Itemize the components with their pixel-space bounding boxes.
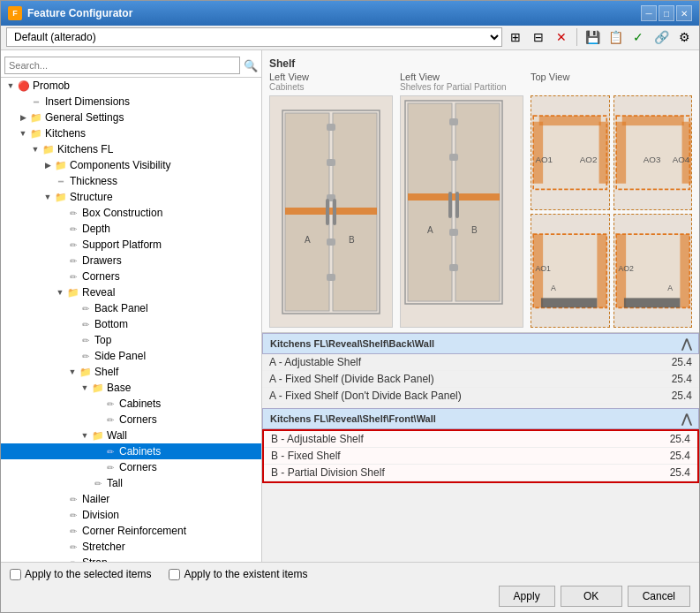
label-existent-items: Apply to the existent items [184,568,307,580]
icon-strap: ✏ [66,556,80,562]
tree-item-structure[interactable]: ▼ 📁 Structure [1,189,261,205]
check-selected-items[interactable]: Apply to the selected items [10,568,151,580]
tree-item-strap[interactable]: ✏ Strap [1,555,261,562]
svg-rect-18 [449,154,458,161]
toolbar-icon-6[interactable]: ✓ [628,27,648,47]
tree-item-back-panel[interactable]: ✏ Back Panel [1,300,261,316]
tree-item-shelf[interactable]: ▼ 📁 Shelf [1,364,261,380]
collapse-back-wall[interactable]: ⋀ [681,337,691,351]
tree-item-box-construction[interactable]: ✏ Box Construction [1,205,261,221]
expand-general[interactable]: ▶ [17,113,29,122]
label-top: Top [94,334,111,346]
icon-shelf: 📁 [79,365,93,379]
svg-rect-7 [327,238,335,246]
svg-rect-8 [327,274,335,281]
prop-label-a-adj: A - Adjustable Shelf [269,356,639,368]
section-header-front-wall[interactable]: Kitchens FL\Reveal\Shelf\Front\Wall ⋀ [262,408,699,429]
cancel-button[interactable]: Cancel [628,586,690,607]
expand-promob[interactable]: ▼ [4,81,17,90]
checkbox-existent-items[interactable] [169,569,180,580]
toolbar-icon-2[interactable]: ⊟ [529,27,548,47]
minimize-button[interactable]: ─ [641,5,657,21]
expand-structure[interactable]: ▼ [41,193,54,201]
label-back-panel: Back Panel [94,302,148,314]
checkbox-selected-items[interactable] [10,569,21,580]
tree-item-base[interactable]: ▼ 📁 Base [1,380,261,396]
tree-item-insert-dim[interactable]: ━ Insert Dimensions [1,94,261,110]
tree-item-depth[interactable]: ✏ Depth [1,221,261,237]
close-button[interactable]: ✕ [676,5,692,21]
icon-depth: ✏ [66,222,80,236]
prop-b-adj-shelf[interactable]: B - Adjustable Shelf 25.4 [264,431,697,448]
toolbar-icon-5[interactable]: 📋 [606,27,625,47]
tree-item-wall-cabinets[interactable]: ✏ Cabinets [1,443,261,459]
tree-item-stretcher[interactable]: ✏ Stretcher [1,539,261,555]
tree-item-kitchens-fl[interactable]: ▼ 📁 Kitchens FL [1,141,261,157]
toolbar-icon-3[interactable]: ✕ [552,27,571,47]
section-header-back-wall[interactable]: Kitchens FL\Reveal\Shelf\Back\Wall ⋀ [262,333,699,354]
tree-item-tall[interactable]: ✏ Tall [1,475,261,491]
collapse-front-wall[interactable]: ⋀ [681,412,691,426]
tree-item-nailer[interactable]: ✏ Nailer [1,491,261,507]
tree-item-kitchens[interactable]: ▼ 📁 Kitchens [1,125,261,141]
expand-shelf[interactable]: ▼ [66,367,79,376]
label-promob: Promob [33,79,70,92]
svg-rect-9 [326,199,329,225]
tree-item-corners[interactable]: ✏ Corners [1,269,261,284]
tree-item-wall-corners[interactable]: ✏ Corners [1,459,261,475]
icon-bottom: ✏ [79,317,93,331]
expand-kitchens-fl[interactable]: ▼ [29,145,41,154]
svg-rect-15 [455,103,500,301]
tree-item-corner-reinf[interactable]: ✏ Corner Reinforcement [1,523,261,539]
label-structure: Structure [70,191,113,203]
check-existent-items[interactable]: Apply to the existent items [169,568,307,580]
prop-a-adj-shelf[interactable]: A - Adjustable Shelf 25.4 [262,354,699,371]
svg-text:A: A [427,225,433,235]
svg-rect-3 [285,208,377,215]
icon-thickness: ━ [54,174,68,188]
left-view2-svg: A B [400,95,523,328]
prop-a-fixed-shelf-nodivide[interactable]: A - Fixed Shelf (Don't Divide Back Panel… [262,388,699,405]
tree-item-thickness[interactable]: ━ Thickness [1,173,261,189]
expand-reveal[interactable]: ▼ [54,288,66,297]
tree-item-reveal[interactable]: ▼ 📁 Reveal [1,284,261,300]
tree-item-top[interactable]: ✏ Top [1,332,261,348]
tree-item-promob[interactable]: ▼ 🔴 Promob [1,78,261,94]
section-props-back-wall: A - Adjustable Shelf 25.4 A - Fixed Shel… [262,354,699,405]
apply-button[interactable]: Apply [499,586,555,607]
svg-rect-16 [408,193,500,201]
search-icon[interactable]: 🔍 [244,59,258,72]
top-view-ao1: AO1 AO2 [531,95,610,210]
left-view-svg: A B [269,95,393,328]
toolbar-icon-7[interactable]: 🔗 [651,27,671,47]
maximize-button[interactable]: □ [659,5,674,21]
tree-item-general[interactable]: ▶ 📁 General Settings [1,110,261,125]
icon-insert-dim: ━ [29,95,43,109]
svg-rect-34 [681,122,691,184]
tree-item-support-platform[interactable]: ✏ Support Platform [1,237,261,253]
expand-kitchens[interactable]: ▼ [17,129,29,138]
prop-b-partial-shelf[interactable]: B - Partial Division Shelf 25.4 [264,465,697,481]
label-base-cabinets: Cabinets [119,397,161,410]
ok-button[interactable]: OK [561,586,622,607]
expand-wall[interactable]: ▼ [79,431,91,440]
toolbar-icon-8[interactable]: ⚙ [674,27,694,47]
prop-a-fixed-shelf-divide[interactable]: A - Fixed Shelf (Divide Back Panel) 25.4 [262,371,699,388]
tree-item-drawers[interactable]: ✏ Drawers [1,253,261,269]
tree-item-base-corners[interactable]: ✏ Corners [1,412,261,428]
right-panel: Shelf Left View Cabinets [262,50,699,562]
tree-item-side-panel[interactable]: ✏ Side Panel [1,348,261,364]
profile-select[interactable]: Default (alterado) [6,27,502,47]
prop-b-fixed-shelf[interactable]: B - Fixed Shelf 25.4 [264,448,697,465]
tree-item-division[interactable]: ✏ Division [1,507,261,523]
toolbar-icon-4[interactable]: 💾 [583,27,602,47]
tree-item-base-cabinets[interactable]: ✏ Cabinets [1,396,261,412]
tree-item-bottom[interactable]: ✏ Bottom [1,316,261,332]
search-input[interactable] [4,57,240,74]
tree-item-comp-vis[interactable]: ▶ 📁 Components Visibility [1,157,261,173]
svg-rect-22 [455,192,459,218]
expand-base[interactable]: ▼ [79,383,91,392]
toolbar-icon-1[interactable]: ⊞ [506,27,525,47]
expand-comp-vis[interactable]: ▶ [41,161,54,170]
tree-item-wall[interactable]: ▼ 📁 Wall [1,428,261,443]
